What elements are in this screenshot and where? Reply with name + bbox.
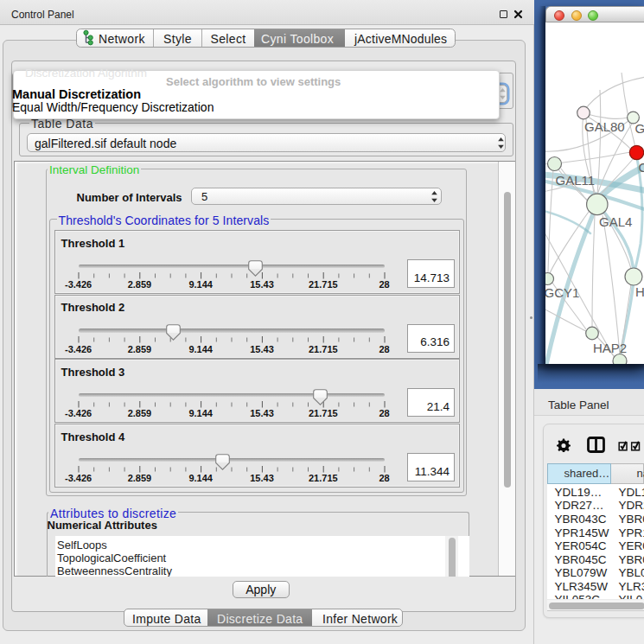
svg-text:GAL4: GAL4	[599, 214, 632, 229]
svg-text:GAL11: GAL11	[556, 172, 596, 187]
svg-text:HA: HA	[635, 284, 644, 298]
svg-text:HAP2: HAP2	[593, 340, 627, 354]
svg-text:GCY1: GCY1	[545, 284, 579, 299]
svg-text:CA: CA	[639, 159, 644, 174]
svg-text:GAL80: GAL80	[584, 118, 625, 133]
svg-text:GA: GA	[635, 120, 644, 135]
